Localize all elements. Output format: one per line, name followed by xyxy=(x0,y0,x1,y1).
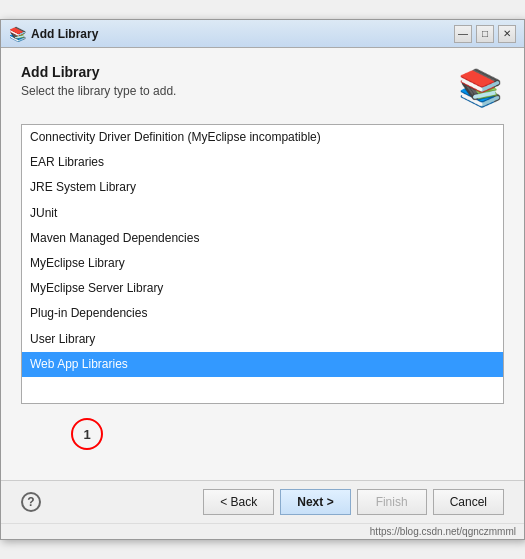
maximize-button[interactable]: □ xyxy=(476,25,494,43)
back-button[interactable]: < Back xyxy=(203,489,274,515)
finish-button[interactable]: Finish xyxy=(357,489,427,515)
title-bar-left: 📚 Add Library xyxy=(9,26,98,42)
list-item[interactable]: JRE System Library xyxy=(22,175,503,200)
url-bar: https://blog.csdn.net/qgnczmmml xyxy=(1,523,524,539)
window-icon: 📚 xyxy=(9,26,25,42)
window-title: Add Library xyxy=(31,27,98,41)
list-item[interactable]: MyEclipse Library xyxy=(22,251,503,276)
page-title: Add Library xyxy=(21,64,456,80)
cancel-button[interactable]: Cancel xyxy=(433,489,504,515)
content-area: Add Library Select the library type to a… xyxy=(1,48,524,480)
header-section: Add Library Select the library type to a… xyxy=(21,64,504,112)
annotation-label: 1 xyxy=(83,427,90,442)
header-text: Add Library Select the library type to a… xyxy=(21,64,456,98)
list-item[interactable]: MyEclipse Server Library xyxy=(22,276,503,301)
list-item[interactable]: Maven Managed Dependencies xyxy=(22,226,503,251)
list-item[interactable]: User Library xyxy=(22,327,503,352)
page-subtitle: Select the library type to add. xyxy=(21,84,456,98)
minimize-button[interactable]: — xyxy=(454,25,472,43)
list-item[interactable]: Connectivity Driver Definition (MyEclips… xyxy=(22,125,503,150)
footer-buttons: < Back Next > Finish Cancel xyxy=(203,489,504,515)
list-item[interactable]: EAR Libraries xyxy=(22,150,503,175)
help-button[interactable]: ? xyxy=(21,492,41,512)
url-text: https://blog.csdn.net/qgnczmmml xyxy=(370,526,516,537)
list-item[interactable]: Web App Libraries xyxy=(22,352,503,377)
next-button[interactable]: Next > xyxy=(280,489,350,515)
list-item[interactable]: Plug-in Dependencies xyxy=(22,301,503,326)
footer-section: ? < Back Next > Finish Cancel xyxy=(1,480,524,523)
header-icon: 📚 xyxy=(456,64,504,112)
close-button[interactable]: ✕ xyxy=(498,25,516,43)
footer-left: ? xyxy=(21,492,41,512)
annotation-area: 1 xyxy=(21,410,504,470)
add-library-window: 📚 Add Library — □ ✕ Add Library Select t… xyxy=(0,19,525,540)
title-controls: — □ ✕ xyxy=(454,25,516,43)
annotation-circle: 1 xyxy=(71,418,103,450)
title-bar: 📚 Add Library — □ ✕ xyxy=(1,20,524,48)
library-list[interactable]: Connectivity Driver Definition (MyEclips… xyxy=(21,124,504,404)
list-item[interactable]: JUnit xyxy=(22,201,503,226)
